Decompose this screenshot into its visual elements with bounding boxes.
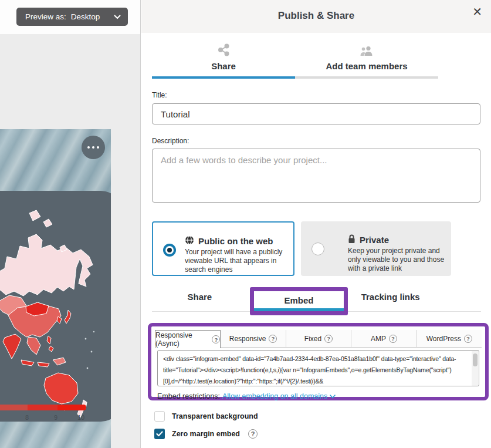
- private-option-description: Keep your project private and only viewa…: [348, 247, 449, 273]
- zero-margin-embed-option: Zero margin embed ?: [154, 429, 258, 439]
- map-legend: 8 9 10: [0, 405, 86, 421]
- check-icon: [156, 431, 163, 437]
- embed-code-line: <div class="infogram-embed" data-id="7a4…: [163, 353, 467, 365]
- subtab-embed-label: Embed: [284, 295, 313, 305]
- codetab-amp[interactable]: AMP ?: [351, 330, 416, 347]
- project-preview-thumbnail: 8 9 10: [0, 129, 111, 448]
- embed-code-section: Responsive (Async) ? Responsive ? Fixed …: [148, 323, 489, 400]
- private-option-title: Private: [360, 235, 389, 245]
- lock-icon: [348, 234, 355, 245]
- legend-tick: 8: [25, 414, 29, 421]
- share-icon: [152, 42, 295, 56]
- team-members-icon: [295, 42, 438, 56]
- help-icon[interactable]: ?: [269, 335, 277, 343]
- tab-share[interactable]: Share: [152, 39, 295, 79]
- title-label: Title:: [152, 91, 167, 99]
- preview-topbar: Preview as: Desktop: [0, 0, 140, 34]
- embed-tab-annotation-highlight[interactable]: Embed: [250, 287, 348, 315]
- subtab-share[interactable]: Share: [152, 292, 248, 302]
- dialog-title: Publish & Share: [141, 10, 491, 22]
- embed-code-line: title="Tutorial"></div><script>!function…: [163, 365, 467, 376]
- zero-margin-embed-label: Zero margin embed: [172, 430, 240, 438]
- radio-unselected[interactable]: [311, 242, 324, 255]
- help-icon[interactable]: ?: [248, 429, 258, 439]
- public-option-description: Your project will have a publicly viewab…: [185, 248, 290, 274]
- preview-as-label: Preview as:: [25, 12, 66, 21]
- help-icon[interactable]: ?: [464, 335, 472, 343]
- public-option-title: Public on the web: [198, 236, 273, 246]
- help-icon[interactable]: ?: [324, 335, 333, 343]
- transparent-background-label: Transparent background: [172, 412, 258, 420]
- choropleth-map-card: 8 9 10: [0, 191, 111, 422]
- tab-add-team-members-underline: [295, 76, 438, 79]
- close-icon[interactable]: ✕: [470, 4, 485, 20]
- publish-share-dialog: Publish & Share ✕ Share: [141, 0, 491, 448]
- subtab-tracking-links[interactable]: Tracking links: [343, 292, 438, 302]
- transparent-background-option: Transparent background: [154, 411, 258, 422]
- scrollbar-thumb[interactable]: [473, 353, 478, 366]
- dialog-main-tabs: Share Add team members: [152, 39, 438, 79]
- editor-preview-panel: Preview as: Desktop: [0, 0, 141, 448]
- embed-restrictions-link[interactable]: Allow embedding on all domains: [222, 392, 336, 400]
- globe-icon: [185, 235, 194, 247]
- help-icon[interactable]: ?: [389, 335, 397, 343]
- description-input[interactable]: [152, 149, 480, 203]
- codetab-fixed[interactable]: Fixed ?: [286, 330, 351, 347]
- dialog-header: Publish & Share: [141, 0, 491, 33]
- chevron-down-icon: [330, 395, 336, 399]
- embed-code-line: [0],d=/^http:/.test(e.location)?"http:":…: [163, 376, 467, 386]
- description-label: Description:: [152, 137, 189, 145]
- embed-tab-active-underline: [254, 308, 344, 311]
- embed-restrictions-label: Embed restrictions:: [157, 392, 220, 400]
- transparent-background-checkbox[interactable]: [154, 411, 165, 422]
- title-input[interactable]: [152, 103, 480, 124]
- scrollbar-track[interactable]: [472, 351, 478, 386]
- radio-selected[interactable]: [163, 244, 176, 257]
- tab-add-team-members[interactable]: Add team members: [295, 39, 438, 79]
- world-map-graphic: 8 9 10: [0, 191, 111, 422]
- more-options-button[interactable]: [82, 136, 105, 159]
- legend-tick: 10: [77, 414, 84, 421]
- more-dots-icon: [87, 146, 90, 149]
- help-icon[interactable]: ?: [212, 335, 220, 343]
- codetab-responsive-async[interactable]: Responsive (Async) ?: [155, 330, 221, 348]
- zero-margin-embed-checkbox[interactable]: [154, 429, 165, 439]
- chevron-down-icon: [114, 15, 121, 19]
- tab-share-label: Share: [152, 61, 295, 71]
- private-option[interactable]: Private Keep your project private and on…: [301, 221, 451, 276]
- embed-code-type-tabs: Responsive (Async) ? Responsive ? Fixed …: [155, 330, 482, 348]
- tab-add-team-members-label: Add team members: [295, 61, 438, 71]
- preview-as-dropdown[interactable]: Preview as: Desktop: [16, 8, 128, 26]
- embed-code-textarea[interactable]: <div class="infogram-embed" data-id="7a4…: [157, 350, 479, 386]
- preview-as-value: Desktop: [71, 12, 100, 21]
- tab-share-underline: [152, 76, 295, 79]
- legend-tick: 9: [54, 414, 57, 421]
- codetab-responsive[interactable]: Responsive ?: [221, 330, 286, 347]
- codetab-wordpress[interactable]: WordPress ?: [417, 330, 482, 347]
- public-on-web-option[interactable]: Public on the web Your project will have…: [152, 221, 294, 276]
